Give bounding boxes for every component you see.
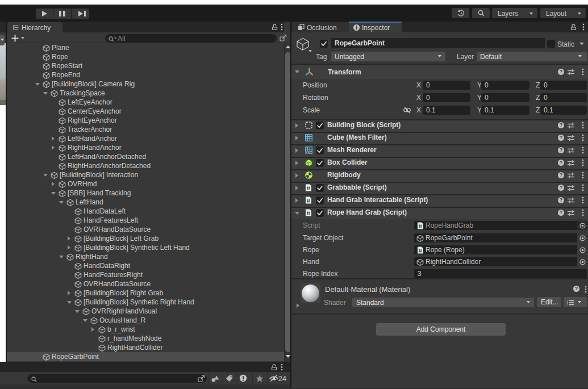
svg-text:?: ? [560,210,562,215]
svg-text:?: ? [560,135,562,140]
svg-text:?: ? [560,197,562,203]
svg-text:?: ? [560,160,562,165]
svg-text:?: ? [560,185,562,190]
svg-text:?: ? [560,122,562,128]
svg-text:?: ? [560,172,562,178]
svg-text:?: ? [560,147,562,153]
svg-text:?: ? [560,69,562,74]
svg-text:?: ? [575,286,578,291]
